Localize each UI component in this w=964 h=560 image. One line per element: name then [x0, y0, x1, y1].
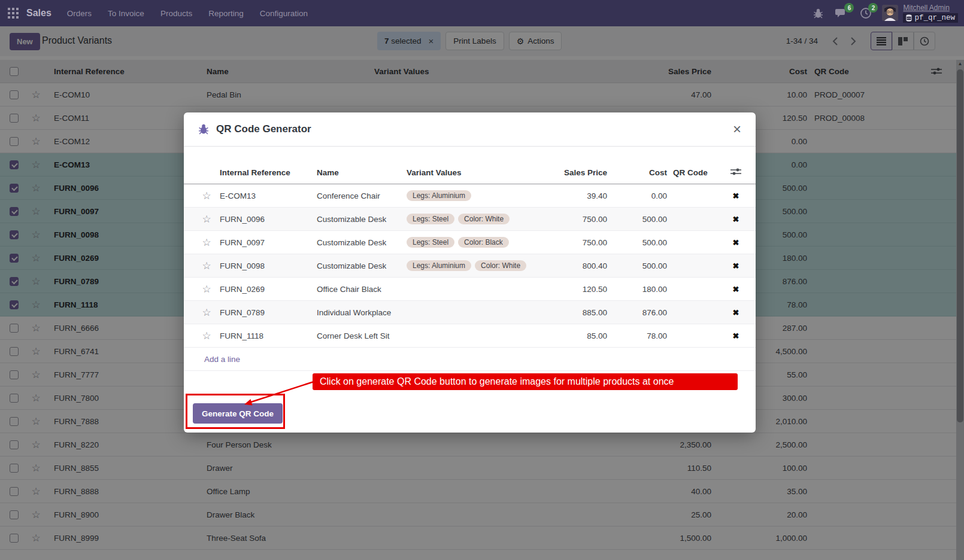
variant-tag: Color: Black — [458, 237, 509, 248]
user-menu[interactable]: Mitchell Admin pf_qr_new — [882, 4, 958, 23]
messages-badge: 6 — [844, 3, 854, 13]
variant-tag: Color: White — [475, 260, 526, 271]
cell-internal-reference[interactable]: FURN_0096 — [215, 215, 311, 224]
avatar — [882, 5, 898, 21]
menu-item[interactable]: To Invoice — [108, 9, 144, 18]
activities-button[interactable]: 2 — [858, 5, 874, 21]
dialog-column-cost[interactable]: Cost — [607, 168, 667, 177]
variant-tag: Color: White — [458, 214, 510, 224]
dialog-header-row: Internal Reference Name Variant Values S… — [184, 162, 756, 184]
cell-name[interactable]: Office Chair Black — [311, 285, 401, 294]
cell-internal-reference[interactable]: FURN_0098 — [215, 261, 311, 270]
cell-name[interactable]: Conference Chair — [311, 191, 401, 200]
cell-cost[interactable]: 500.00 — [607, 261, 667, 270]
variant-tag: Legs: Steel — [407, 237, 454, 248]
cell-sales-price[interactable]: 885.00 — [538, 308, 607, 317]
cell-sales-price[interactable]: 39.40 — [538, 191, 607, 200]
cell-variant-values[interactable]: Legs: SteelColor: Black — [401, 237, 538, 248]
favorite-star-icon[interactable]: ☆ — [202, 260, 211, 272]
dialog-line-row[interactable]: ☆ FURN_1118 Corner Desk Left Sit 85.00 7… — [184, 324, 756, 348]
cell-sales-price[interactable]: 120.50 — [538, 285, 607, 294]
dialog-lines-table: Internal Reference Name Variant Values S… — [184, 162, 756, 371]
cell-name[interactable]: Customizable Desk — [311, 215, 401, 224]
add-a-line-link[interactable]: Add a line — [204, 355, 240, 364]
dialog-line-row[interactable]: ☆ FURN_0789 Individual Workplace 885.00 … — [184, 301, 756, 324]
delete-line-icon[interactable]: ✖ — [733, 238, 739, 247]
dialog-column-sales-price[interactable]: Sales Price — [538, 168, 607, 177]
cell-sales-price[interactable]: 85.00 — [538, 331, 607, 340]
main-menu: OrdersTo InvoiceProductsReportingConfigu… — [67, 9, 308, 18]
database-chip: pf_qr_new — [903, 13, 958, 23]
cell-internal-reference[interactable]: FURN_0269 — [215, 285, 311, 294]
dialog-line-row[interactable]: ☆ FURN_0098 Customizable Desk Legs: Alum… — [184, 254, 756, 278]
menu-item[interactable]: Reporting — [208, 9, 244, 18]
menu-item[interactable]: Products — [160, 9, 192, 18]
cell-sales-price[interactable]: 800.40 — [538, 261, 607, 270]
annotation-arrow — [238, 377, 319, 413]
cell-name[interactable]: Corner Desk Left Sit — [311, 331, 401, 340]
add-line-row: Add a line — [184, 348, 756, 371]
dialog-column-qr-code[interactable]: QR Code — [667, 168, 721, 177]
user-name[interactable]: Mitchell Admin — [903, 4, 949, 13]
top-navbar: Sales OrdersTo InvoiceProductsReportingC… — [0, 0, 964, 26]
cell-name[interactable]: Customizable Desk — [311, 261, 401, 270]
dialog-column-variant-values[interactable]: Variant Values — [401, 168, 538, 177]
cell-sales-price[interactable]: 750.00 — [538, 215, 607, 224]
database-name: pf_qr_new — [914, 14, 955, 22]
cell-sales-price[interactable]: 750.00 — [538, 238, 607, 247]
bug-icon — [198, 124, 209, 135]
bug-icon — [813, 8, 823, 19]
cell-cost[interactable]: 876.00 — [607, 308, 667, 317]
menu-item[interactable]: Configuration — [260, 9, 308, 18]
cell-cost[interactable]: 0.00 — [607, 191, 667, 200]
variant-tag: Legs: Aluminium — [407, 260, 471, 271]
app-name[interactable]: Sales — [26, 8, 51, 19]
delete-line-icon[interactable]: ✖ — [733, 285, 739, 294]
cell-variant-values[interactable]: Legs: Aluminium — [401, 190, 538, 201]
cell-internal-reference[interactable]: E-COM13 — [215, 191, 311, 200]
favorite-star-icon[interactable]: ☆ — [202, 284, 211, 295]
delete-line-icon[interactable]: ✖ — [733, 215, 739, 224]
debug-button[interactable] — [810, 5, 826, 21]
dialog-line-row[interactable]: ☆ FURN_0269 Office Chair Black 120.50 18… — [184, 278, 756, 301]
cell-cost[interactable]: 78.00 — [607, 331, 667, 340]
cell-name[interactable]: Customizable Desk — [311, 238, 401, 247]
cell-name[interactable]: Individual Workplace — [311, 308, 401, 317]
favorite-star-icon[interactable]: ☆ — [202, 307, 211, 318]
delete-line-icon[interactable]: ✖ — [733, 261, 739, 270]
dialog-header: QR Code Generator × — [184, 112, 756, 147]
favorite-star-icon[interactable]: ☆ — [202, 330, 211, 342]
menu-item[interactable]: Orders — [67, 9, 92, 18]
optional-columns-icon[interactable] — [730, 168, 741, 176]
database-icon — [906, 14, 912, 22]
apps-menu-button[interactable] — [0, 0, 26, 26]
variant-tag: Legs: Steel — [407, 214, 454, 224]
favorite-star-icon[interactable]: ☆ — [202, 190, 211, 202]
grid-icon — [7, 7, 19, 19]
close-icon[interactable]: × — [733, 122, 741, 136]
activities-badge: 2 — [868, 3, 878, 13]
variant-tag: Legs: Aluminium — [407, 190, 471, 201]
cell-variant-values[interactable]: Legs: AluminiumColor: White — [401, 260, 538, 271]
annotation-callout: Click on generate QR Code button to gene… — [313, 373, 738, 390]
messages-button[interactable]: 6 — [834, 5, 850, 21]
dialog-line-row[interactable]: ☆ FURN_0096 Customizable Desk Legs: Stee… — [184, 208, 756, 231]
cell-cost[interactable]: 180.00 — [607, 285, 667, 294]
delete-line-icon[interactable]: ✖ — [733, 331, 739, 340]
cell-internal-reference[interactable]: FURN_0789 — [215, 308, 311, 317]
cell-variant-values[interactable]: Legs: SteelColor: White — [401, 214, 538, 224]
delete-line-icon[interactable]: ✖ — [733, 308, 739, 317]
cell-cost[interactable]: 500.00 — [607, 238, 667, 247]
delete-line-icon[interactable]: ✖ — [733, 191, 739, 200]
dialog-title: QR Code Generator — [216, 123, 311, 135]
cell-internal-reference[interactable]: FURN_1118 — [215, 331, 311, 340]
dialog-line-row[interactable]: ☆ FURN_0097 Customizable Desk Legs: Stee… — [184, 231, 756, 254]
favorite-star-icon[interactable]: ☆ — [202, 237, 211, 248]
dialog-line-row[interactable]: ☆ E-COM13 Conference Chair Legs: Alumini… — [184, 184, 756, 208]
dialog-column-name[interactable]: Name — [311, 168, 401, 177]
cell-internal-reference[interactable]: FURN_0097 — [215, 238, 311, 247]
favorite-star-icon[interactable]: ☆ — [202, 214, 211, 225]
cell-cost[interactable]: 500.00 — [607, 215, 667, 224]
dialog-column-internal-reference[interactable]: Internal Reference — [215, 168, 311, 177]
dialog-lines: ☆ E-COM13 Conference Chair Legs: Alumini… — [184, 184, 756, 348]
